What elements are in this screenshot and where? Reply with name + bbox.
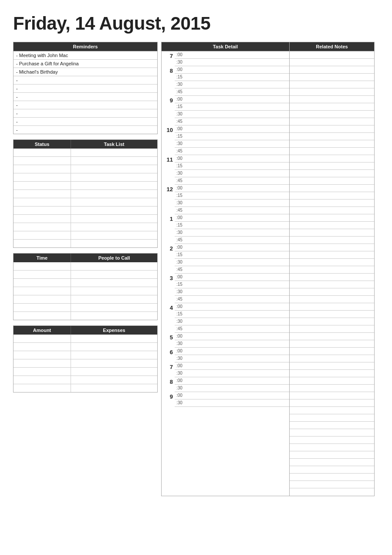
tasklist-rows bbox=[14, 149, 157, 247]
tasklist-status-cell bbox=[14, 240, 71, 247]
minute-row: :15 bbox=[175, 251, 289, 259]
tasklist-status-cell bbox=[14, 149, 71, 156]
note-row bbox=[290, 488, 374, 496]
callist-time-cell bbox=[14, 262, 71, 270]
time-block: 11:00:15:30:45 bbox=[162, 155, 289, 185]
time-block: 10:00:15:30:45 bbox=[162, 125, 289, 155]
minute-row: :15 bbox=[175, 162, 289, 170]
expenses-amount-cell bbox=[14, 343, 71, 351]
minute-row: :45 bbox=[175, 177, 289, 185]
minute-row: :45 bbox=[175, 266, 289, 274]
taskdetail-section: Task Detail 7:00:308:00:15:30:459:00:15:… bbox=[161, 42, 290, 496]
tasklist-status-cell bbox=[14, 165, 71, 173]
time-block: 9:00:15:30:45 bbox=[162, 96, 289, 125]
note-row bbox=[290, 140, 374, 148]
hour-label: 7 bbox=[162, 362, 175, 377]
minute-row: :15 bbox=[175, 281, 289, 288]
minute-row: :45 bbox=[175, 88, 289, 96]
callist-col2-header: People to Call bbox=[71, 254, 157, 262]
tasklist-task-cell bbox=[71, 149, 157, 156]
note-row bbox=[290, 325, 374, 333]
minute-row: :30 bbox=[175, 259, 289, 266]
expenses-col2-header: Expenses bbox=[71, 326, 157, 335]
relatednotes-rows bbox=[290, 51, 374, 496]
time-block: 9:00:30 bbox=[162, 392, 289, 407]
minute-row: :00 bbox=[175, 392, 289, 399]
main-grid: Reminders - Meeting with John Mac- Purch… bbox=[13, 42, 379, 496]
time-block: 2:00:15:30:45 bbox=[162, 244, 289, 274]
tasklist-row bbox=[14, 182, 157, 190]
time-block: 6:00:30 bbox=[162, 348, 289, 362]
minute-row: :45 bbox=[175, 148, 289, 155]
page-title: Friday, 14 August, 2015 bbox=[13, 13, 379, 34]
minute-row: :00 bbox=[175, 155, 289, 162]
expenses-amount-cell bbox=[14, 359, 71, 367]
minute-row: :00 bbox=[175, 274, 289, 281]
note-row bbox=[290, 125, 374, 133]
time-block: 7:00:30 bbox=[162, 51, 289, 66]
minute-row: :30 bbox=[175, 170, 289, 177]
tasklist-row bbox=[14, 173, 157, 182]
note-row bbox=[290, 229, 374, 237]
note-row bbox=[290, 200, 374, 207]
hour-label: 7 bbox=[162, 51, 175, 66]
time-block: 3:00:15:30:45 bbox=[162, 274, 289, 303]
minute-row: :00 bbox=[175, 96, 289, 103]
minute-row: :30 bbox=[175, 399, 289, 407]
taskdetail-body: 7:00:308:00:15:30:459:00:15:30:4510:00:1… bbox=[162, 51, 289, 407]
tasklist-row bbox=[14, 198, 157, 206]
minute-row: :15 bbox=[175, 103, 289, 111]
tasklist-task-cell bbox=[71, 165, 157, 173]
tasklist-task-cell bbox=[71, 206, 157, 214]
time-block: 5:00:30 bbox=[162, 333, 289, 348]
note-row bbox=[290, 481, 374, 488]
note-row bbox=[290, 318, 374, 325]
note-row bbox=[290, 459, 374, 466]
tasklist-status-cell bbox=[14, 198, 71, 206]
expenses-desc-cell bbox=[71, 335, 157, 342]
reminders-header: Reminders bbox=[14, 42, 157, 51]
tasklist-row bbox=[14, 215, 157, 223]
minute-row: :00 bbox=[175, 51, 289, 59]
hour-label: 1 bbox=[162, 214, 175, 244]
tasklist-task-cell bbox=[71, 173, 157, 181]
minute-row: :00 bbox=[175, 348, 289, 355]
expenses-col1-header: Amount bbox=[14, 326, 71, 335]
callist-row bbox=[14, 304, 157, 312]
time-block: 8:00:15:30:45 bbox=[162, 66, 289, 96]
expenses-header: Amount Expenses bbox=[14, 326, 157, 335]
reminders-list: - Meeting with John Mac- Purchase a Gift… bbox=[14, 51, 157, 134]
tasklist-task-cell bbox=[71, 223, 157, 231]
expenses-row bbox=[14, 376, 157, 384]
expenses-amount-cell bbox=[14, 376, 71, 384]
minute-row: :15 bbox=[175, 133, 289, 140]
tasklist-row bbox=[14, 223, 157, 231]
minute-row: :30 bbox=[175, 355, 289, 362]
hour-label: 10 bbox=[162, 125, 175, 155]
note-row bbox=[290, 185, 374, 192]
tasklist-row bbox=[14, 157, 157, 165]
reminder-row: - Purchase a Gift for Angelina bbox=[14, 60, 157, 68]
expenses-desc-cell bbox=[71, 351, 157, 359]
note-row bbox=[290, 148, 374, 155]
callist-header: Time People to Call bbox=[14, 254, 157, 262]
expenses-row bbox=[14, 359, 157, 368]
expenses-desc-cell bbox=[71, 384, 157, 392]
note-row bbox=[290, 414, 374, 422]
hour-label: 6 bbox=[162, 348, 175, 362]
minute-row: :30 bbox=[175, 385, 289, 392]
note-row bbox=[290, 355, 374, 362]
callist-time-cell bbox=[14, 312, 71, 320]
expenses-amount-cell bbox=[14, 351, 71, 359]
reminders-section: Reminders - Meeting with John Mac- Purch… bbox=[13, 42, 158, 134]
callist-person-cell bbox=[71, 271, 157, 278]
time-block: 8:00:30 bbox=[162, 377, 289, 392]
note-row bbox=[290, 222, 374, 229]
tasklist-row bbox=[14, 190, 157, 198]
tasklist-task-cell bbox=[71, 240, 157, 247]
note-row bbox=[290, 118, 374, 125]
minute-row: :15 bbox=[175, 222, 289, 229]
note-row bbox=[290, 162, 374, 170]
minute-row: :00 bbox=[175, 377, 289, 385]
note-row bbox=[290, 392, 374, 399]
